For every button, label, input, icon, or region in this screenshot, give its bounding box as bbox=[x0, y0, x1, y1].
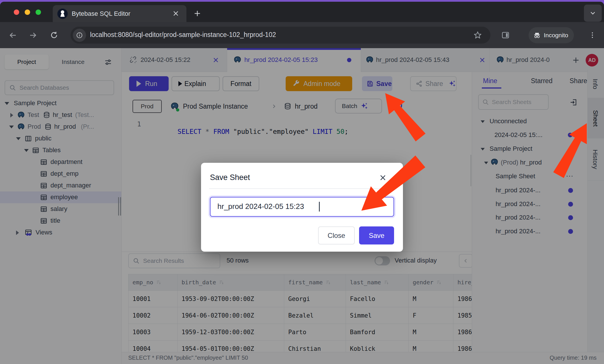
tab-search-button[interactable] bbox=[584, 5, 602, 22]
chevron-down-icon bbox=[589, 10, 596, 17]
new-tab-icon[interactable] bbox=[193, 9, 201, 17]
text-caret bbox=[319, 202, 320, 212]
site-info-icon bbox=[76, 32, 83, 39]
screenshot-root: Bytebase SQL Editor localhost:8080/sql-e… bbox=[0, 0, 604, 364]
browser-menu-icon[interactable] bbox=[589, 31, 596, 39]
modal-close-button[interactable]: Close bbox=[318, 226, 355, 244]
window-zoom-button[interactable] bbox=[36, 9, 41, 15]
sheet-name-input[interactable]: hr_prod 2024-02-05 15:23 bbox=[210, 197, 394, 217]
modal-close-icon[interactable] bbox=[379, 174, 386, 181]
window-minimize-button[interactable] bbox=[25, 9, 30, 15]
window-close-button[interactable] bbox=[14, 9, 19, 15]
url-text: localhost:8080/sql-editor/prod-sample-in… bbox=[90, 31, 276, 39]
browser-tab-close-icon[interactable] bbox=[173, 10, 179, 17]
back-icon[interactable] bbox=[9, 31, 17, 40]
save-sheet-modal: Save Sheet hr_prod 2024-02-05 15:23 Clos… bbox=[201, 163, 403, 252]
modal-save-button[interactable]: Save bbox=[359, 226, 394, 244]
side-panel-icon[interactable] bbox=[501, 31, 510, 39]
browser-tab-favicon bbox=[57, 9, 68, 19]
bookmark-star-icon[interactable] bbox=[473, 31, 482, 40]
modal-title: Save Sheet bbox=[210, 173, 250, 182]
address-bar[interactable]: localhost:8080/sql-editor/prod-sample-in… bbox=[71, 27, 490, 44]
modal-divider bbox=[209, 188, 395, 189]
bytebase-logo-icon bbox=[57, 9, 68, 19]
forward-icon[interactable] bbox=[29, 31, 37, 40]
sheet-name-value: hr_prod 2024-02-05 15:23 bbox=[217, 202, 304, 211]
incognito-icon bbox=[533, 32, 541, 39]
incognito-badge: Incognito bbox=[529, 27, 574, 43]
reload-icon[interactable] bbox=[50, 31, 58, 39]
incognito-label: Incognito bbox=[544, 32, 568, 39]
browser-tab-title: Bytebase SQL Editor bbox=[72, 10, 130, 17]
